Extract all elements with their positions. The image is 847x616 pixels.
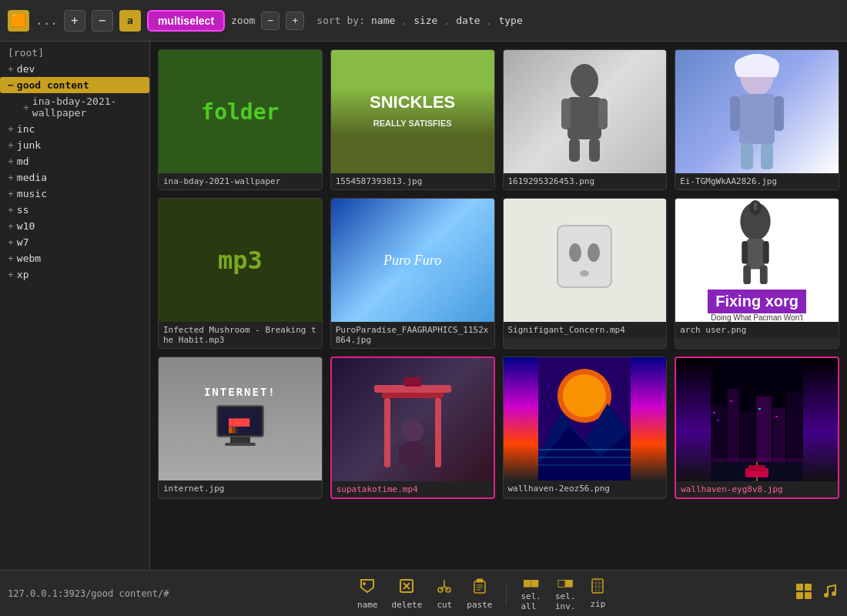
action-paste[interactable]: paste — [467, 578, 492, 610]
sidebar-item-good-content[interactable]: − good content — [0, 77, 149, 93]
tag-icon-svg — [359, 578, 376, 594]
delete-icon-svg — [398, 578, 415, 594]
add-button[interactable]: + — [64, 10, 85, 32]
svg-rect-32 — [384, 398, 390, 467]
arch-thumb: Fixing xorg Doing What Pacman Won't — [675, 199, 839, 322]
file-item-1619[interactable]: 1619295326453.png — [503, 49, 668, 190]
sidebar: [root] + dev − good content + ina-bday-2… — [0, 42, 150, 570]
action-sel-all[interactable]: ■■ sel.all — [521, 575, 541, 611]
thumb-wall2 — [504, 357, 667, 480]
svg-point-14 — [588, 243, 600, 262]
svg-rect-33 — [435, 398, 441, 467]
svg-point-89 — [832, 591, 836, 596]
svg-point-13 — [569, 243, 581, 262]
letter-button[interactable]: a — [119, 10, 141, 32]
sidebar-item-dev[interactable]: + dev — [0, 61, 149, 77]
action-cut[interactable]: cut — [436, 578, 453, 610]
file-item-1554[interactable]: SNICKLESREALLY SATISFIES 1554587393813.j… — [330, 49, 495, 190]
sort-sep-3: , — [487, 15, 493, 26]
multiselect-button[interactable]: multiselect — [147, 10, 225, 32]
action-name[interactable]: name — [357, 578, 378, 610]
sidebar-item-junk[interactable]: + junk — [0, 137, 149, 153]
file-item-wall2[interactable]: wallhaven-2eoz56.png — [503, 357, 668, 499]
cyberpunk-svg — [711, 358, 803, 481]
sidebar-label-w7: w7 — [17, 236, 29, 248]
sidebar-prefix-ss: + — [8, 204, 14, 216]
zoom-minus-button[interactable]: − — [261, 12, 280, 30]
sidebar-item-webm[interactable]: + webm — [0, 250, 149, 266]
music-icon[interactable] — [821, 582, 839, 604]
file-item-infected[interactable]: mp3 Infected Mushroom - Breaking the Hab… — [158, 198, 323, 349]
svg-rect-56 — [730, 400, 732, 402]
file-item-wall3[interactable]: wallhaven-eyg8v8.jpg — [675, 357, 839, 499]
action-zip[interactable]: zip — [589, 578, 606, 609]
sidebar-item-ss[interactable]: + ss — [0, 202, 149, 218]
sidebar-label-md: md — [17, 156, 29, 167]
sidebar-label-xp: xp — [17, 269, 29, 280]
svg-rect-11 — [761, 143, 773, 169]
app-icon[interactable]: 🟧 — [8, 10, 29, 32]
file-item-signifigant[interactable]: Signifigant_Concern.mp4 — [503, 198, 668, 349]
sidebar-root[interactable]: [root] — [0, 45, 149, 61]
sidebar-item-music[interactable]: + music — [0, 186, 149, 202]
bottom-actions: name delete cu — [357, 575, 606, 611]
sidebar-label-w10: w10 — [17, 220, 35, 232]
arch-sub-text: Doing What Pacman Won't — [711, 313, 803, 322]
file-item-puro[interactable]: Puro Furo PuroParadise_FAAGRAPHICS_1152x… — [330, 198, 495, 349]
file-item-supa[interactable]: supatakotime.mp4 — [330, 357, 495, 499]
svg-text:█████: █████ — [228, 418, 250, 427]
file-item-internet[interactable]: INTERNET! █████ ▓▒░ internet.jpg — [158, 357, 323, 499]
sort-size[interactable]: size — [413, 15, 437, 26]
svg-rect-35 — [406, 441, 420, 468]
action-delete[interactable]: delete — [392, 578, 423, 610]
sidebar-prefix-dev: + — [8, 63, 14, 75]
file-item-arch[interactable]: Fixing xorg Doing What Pacman Won't arch… — [675, 198, 839, 349]
svg-rect-3 — [598, 99, 608, 129]
sort-date[interactable]: date — [456, 15, 480, 26]
sidebar-item-ina-bday[interactable]: + ina-bday-2021-wallpaper — [0, 93, 149, 121]
sidebar-label-good: good content — [17, 79, 89, 91]
svg-rect-86 — [796, 592, 803, 599]
action-sel-inv[interactable]: □■ sel.inv. — [555, 575, 576, 611]
svg-rect-7 — [739, 94, 775, 144]
ostrich-svg — [732, 199, 778, 290]
sidebar-item-w7[interactable]: + w7 — [0, 234, 149, 250]
svg-rect-10 — [741, 143, 753, 169]
puro-thumb: Puro Furo — [331, 199, 494, 322]
zoom-plus-button[interactable]: + — [286, 12, 304, 30]
svg-rect-36 — [399, 445, 407, 464]
svg-rect-85 — [805, 584, 812, 591]
file-grid: folder ina-bday-2021-wallpaper SNICKLESR… — [158, 49, 839, 499]
sort-name[interactable]: name — [371, 15, 395, 26]
sidebar-prefix-md: + — [8, 156, 14, 167]
paste-icon-svg — [471, 578, 488, 594]
file-item-folder-ina[interactable]: folder ina-bday-2021-wallpaper — [158, 49, 323, 190]
menu-dots[interactable]: ... — [35, 13, 58, 28]
sidebar-item-xp[interactable]: + xp — [0, 266, 149, 283]
file-item-ei[interactable]: Ei-TGMgWkAA2826.jpg — [675, 49, 839, 190]
svg-point-0 — [571, 64, 598, 98]
grid-view-icon[interactable] — [795, 582, 813, 604]
sidebar-item-md[interactable]: + md — [0, 153, 149, 169]
sort-type[interactable]: type — [498, 15, 522, 26]
svg-rect-55 — [717, 420, 719, 421]
file-label-1619: 1619295326453.png — [504, 173, 667, 189]
action-sel-all-label: sel.all — [521, 591, 541, 611]
sidebar-label-media: media — [17, 172, 47, 183]
file-label-puro: PuroParadise_FAAGRAPHICS_1152x864.jpg — [331, 322, 494, 348]
sidebar-item-inc[interactable]: + inc — [0, 121, 149, 137]
music-icon-svg — [821, 582, 839, 601]
svg-rect-1 — [567, 97, 601, 139]
minus-button[interactable]: − — [92, 10, 113, 32]
file-label-infected: Infected Mushroom - Breaking the Habit.m… — [159, 322, 322, 348]
sidebar-prefix-junk: + — [8, 139, 14, 151]
action-paste-label: paste — [467, 600, 492, 610]
thumb-arch: Fixing xorg Doing What Pacman Won't — [675, 199, 839, 322]
sidebar-prefix-ina: + — [23, 102, 29, 113]
sidebar-item-media[interactable]: + media — [0, 169, 149, 186]
sidebar-item-w10[interactable]: + w10 — [0, 218, 149, 234]
sidebar-prefix-xp: + — [8, 269, 14, 280]
snickles-text: SNICKLESREALLY SATISFIES — [370, 93, 455, 130]
thumb-internet: INTERNET! █████ ▓▒░ — [159, 357, 322, 480]
file-label-arch: arch user.png — [675, 322, 839, 338]
